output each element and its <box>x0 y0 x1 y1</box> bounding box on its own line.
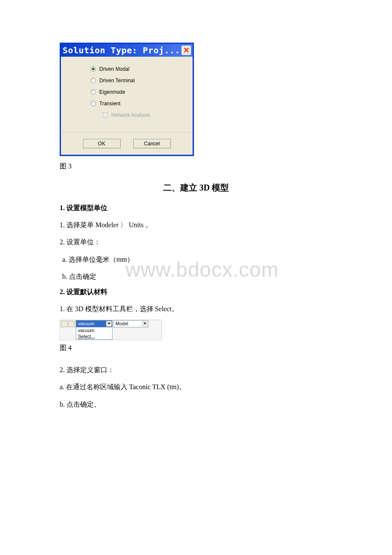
checkbox-label: Network Analysis <box>111 112 150 118</box>
checkbox-icon <box>103 113 108 118</box>
radio-icon <box>91 101 96 106</box>
heading-set-material: 2. 设置默认材料 <box>60 288 332 297</box>
step-text: 2. 选择定义窗口： <box>60 364 332 376</box>
material-toolbar: vacuum vacuum Select... Model <box>60 320 162 340</box>
checkbox-network-analysis: Network Analysis <box>103 112 184 118</box>
radio-icon <box>91 66 96 72</box>
step-text: b. 点击确定 <box>62 270 332 283</box>
dropdown-selected: vacuum <box>78 321 106 326</box>
radio-eigenmode[interactable]: Eigenmode <box>91 89 184 95</box>
close-icon: ✕ <box>183 46 190 54</box>
dialog-title: Solution Type: Proj... <box>63 45 182 55</box>
material-dropdown-list: vacuum Select... <box>76 327 112 340</box>
ok-label: OK <box>98 141 105 147</box>
chevron-down-icon <box>106 321 112 327</box>
radio-icon <box>91 90 96 95</box>
toolbar-icon <box>61 321 67 327</box>
toolbar-icon <box>68 321 74 327</box>
dialog-button-row: OK Cancel <box>61 132 193 155</box>
model-dropdown[interactable]: Model <box>113 320 148 327</box>
cancel-label: Cancel <box>144 141 160 147</box>
figure-3-caption: 图 3 <box>60 162 332 171</box>
cancel-button[interactable]: Cancel <box>133 139 171 148</box>
section-2-title: 二、建立 3D 模型 <box>60 182 332 194</box>
step-text: 1. 选择菜单 Modeler 〉 Units 。 <box>60 219 332 231</box>
radio-icon <box>91 78 96 83</box>
material-dropdown[interactable]: vacuum <box>76 320 112 327</box>
radio-transient[interactable]: Transient <box>91 101 184 107</box>
dropdown-item-select[interactable]: Select... <box>76 333 112 339</box>
radio-label: Transient <box>99 101 121 107</box>
radio-driven-terminal[interactable]: Driven Terminal <box>91 78 184 84</box>
solution-type-dialog: Solution Type: Proj... ✕ Driven Modal Dr… <box>60 43 194 156</box>
step-text: b. 点击确定。 <box>60 398 332 411</box>
figure-4-caption: 图 4 <box>60 344 332 353</box>
step-text: 1. 在 3D 模型材料工具栏，选择 Select。 <box>60 303 332 315</box>
heading-set-units: 1. 设置模型单位 <box>60 204 332 213</box>
chevron-down-icon <box>142 321 147 327</box>
radio-label: Driven Modal <box>99 66 130 72</box>
step-text: 2. 设置单位： <box>60 236 332 249</box>
radio-label: Eigenmode <box>99 89 125 95</box>
toolbar-grip <box>60 320 76 328</box>
dropdown-item-vacuum[interactable]: vacuum <box>76 327 112 333</box>
radio-label: Driven Terminal <box>99 78 135 84</box>
dropdown-selected: Model <box>115 321 142 326</box>
ok-button[interactable]: OK <box>83 139 121 148</box>
close-button[interactable]: ✕ <box>182 46 191 55</box>
step-text: a. 在通过名称区域输入 Taconic TLX (tm)。 <box>60 381 332 393</box>
radio-driven-modal[interactable]: Driven Modal <box>91 66 184 72</box>
dialog-body: Driven Modal Driven Terminal Eigenmode T… <box>61 57 193 128</box>
dialog-titlebar: Solution Type: Proj... ✕ <box>61 44 193 57</box>
step-text: a. 选择单位毫米（mm） <box>62 253 332 266</box>
